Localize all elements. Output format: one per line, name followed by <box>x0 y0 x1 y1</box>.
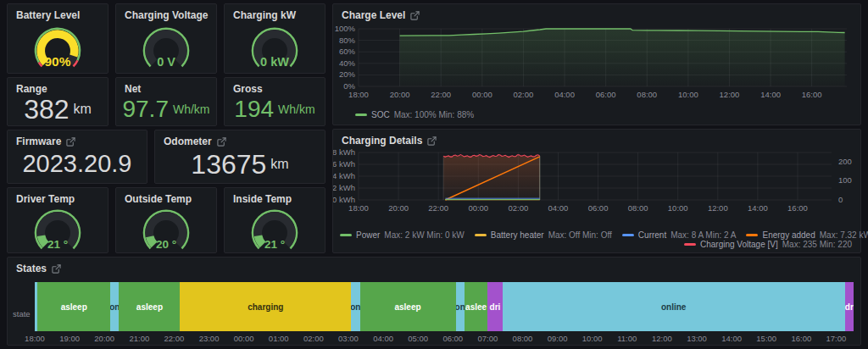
state-segment-on[interactable]: on <box>110 282 119 331</box>
legend-item[interactable]: Energy addedMax: 7.32 kWh Min: 0 kWh <box>746 230 868 240</box>
external-link-icon[interactable] <box>66 137 75 147</box>
inside-temp-gauge: 21 ° <box>225 206 325 252</box>
svg-text:18:00: 18:00 <box>348 203 369 213</box>
svg-text:0 kW: 0 kW <box>260 55 289 69</box>
svg-text:6 kWh: 6 kWh <box>333 159 355 169</box>
panel-inside-temp: Inside Temp 21 ° <box>224 187 326 253</box>
svg-text:00:00: 00:00 <box>468 203 488 213</box>
time-tick-label: 10:00 <box>582 334 603 343</box>
driver-temp-gauge: 21 ° <box>8 206 108 252</box>
charging-details-legend-row2: Charging Voltage [V]Max: 235 Min: 220 <box>333 240 860 249</box>
svg-text:22:00: 22:00 <box>428 203 448 213</box>
time-tick-label: 13:00 <box>687 334 707 343</box>
time-tick-label: 02:00 <box>303 334 324 343</box>
panel-charging-details: Charging Details 8 kWh6 kWh4 kWh2 kWh0 k… <box>332 129 861 253</box>
time-tick-label: 17:00 <box>826 334 847 343</box>
time-tick-label: 04:00 <box>373 334 393 343</box>
panel-outside-temp: Outside Temp 20 ° <box>115 187 217 253</box>
svg-text:4 kWh: 4 kWh <box>333 171 355 180</box>
time-tick-label: 21:00 <box>129 334 149 343</box>
time-tick-label: 15:00 <box>756 334 776 343</box>
external-link-icon[interactable] <box>217 137 226 147</box>
outside_temp-gauge-svg: 20 ° <box>120 206 212 252</box>
series-color-dash <box>340 234 352 236</box>
panel-title: Battery Level <box>16 9 80 21</box>
time-tick-label: 03:00 <box>338 334 359 343</box>
state-segment-asleep[interactable]: asleep <box>360 282 456 331</box>
state-segment-online[interactable]: online <box>503 282 845 331</box>
svg-text:16:00: 16:00 <box>802 90 822 99</box>
time-tick-label: 05:00 <box>408 334 428 343</box>
panel-net: Net 97.7 Wh/km <box>115 77 217 126</box>
odometer-unit: km <box>270 158 288 171</box>
svg-text:100%: 100% <box>335 24 356 33</box>
svg-text:21 °: 21 ° <box>47 238 68 251</box>
state-segment-asleep[interactable]: asleep <box>37 282 110 331</box>
legend-item[interactable]: SOCMax: 100% Min: 88% <box>355 110 474 119</box>
panel-title: Net <box>125 83 141 95</box>
charging-details-svg: 8 kWh6 kWh4 kWh2 kWh0 kWh200100018:0020:… <box>333 147 855 227</box>
external-link-icon[interactable] <box>427 136 437 146</box>
external-link-icon[interactable] <box>410 11 420 20</box>
time-tick-label: 06:00 <box>442 334 463 343</box>
state-segment-dri[interactable]: dri <box>487 282 502 331</box>
legend-item[interactable]: CurrentMax: 8 A Min: 2 A <box>622 230 737 240</box>
svg-text:0: 0 <box>838 195 843 204</box>
time-tick-label: 22:00 <box>164 334 185 343</box>
time-tick-label: 19:00 <box>59 334 80 343</box>
svg-text:12:00: 12:00 <box>720 90 740 99</box>
svg-text:8 kWh: 8 kWh <box>333 147 355 157</box>
panel-title: Firmware <box>16 136 61 147</box>
charging-details-legend-row1: PowerMax: 2 kW Min: 0 kWBattery heaterMa… <box>333 230 860 240</box>
time-tick-label: 00:00 <box>234 334 254 343</box>
panel-gross: Gross 194 Wh/km <box>224 77 326 126</box>
svg-text:08:00: 08:00 <box>637 90 657 99</box>
battery_level-gauge-svg: 90% <box>12 24 103 71</box>
svg-text:20:00: 20:00 <box>390 90 410 99</box>
svg-text:20%: 20% <box>339 69 356 79</box>
grafana-dashboard: { "panels": { "battery_level": {"title":… <box>0 0 868 349</box>
svg-text:0 V: 0 V <box>157 55 175 69</box>
series-color-dash <box>475 234 487 236</box>
panel-title: Odometer <box>164 136 212 147</box>
state-segment-on[interactable]: on <box>456 282 465 331</box>
panel-range: Range 382 km <box>7 77 108 126</box>
external-link-icon[interactable] <box>52 264 61 274</box>
charging-voltage-gauge: 0 V <box>116 22 216 73</box>
time-tick-label: 07:00 <box>477 334 498 343</box>
series-color-dash <box>355 114 367 116</box>
state-segment-aslee[interactable]: aslee <box>465 282 488 331</box>
svg-text:04:00: 04:00 <box>554 90 575 99</box>
time-tick-label: 20:00 <box>94 334 114 343</box>
panel-title: Charging Voltage <box>125 9 208 21</box>
legend-item[interactable]: Battery heaterMax: Off Min: Off <box>475 230 612 240</box>
svg-text:10:00: 10:00 <box>668 203 688 213</box>
svg-text:22:00: 22:00 <box>431 90 451 99</box>
panel-firmware: Firmware 2023.20.9 <box>7 130 147 184</box>
svg-text:00:00: 00:00 <box>472 90 492 99</box>
net-value: 97.7 <box>122 97 169 121</box>
state-segment-on[interactable]: on <box>351 282 359 331</box>
state-segment-dr[interactable]: dr <box>845 282 854 331</box>
svg-text:10:00: 10:00 <box>678 90 698 99</box>
svg-text:40%: 40% <box>339 58 356 68</box>
gross-value: 194 <box>234 97 274 121</box>
net-unit: Wh/km <box>173 103 210 115</box>
panel-charging-voltage: Charging Voltage 0 V <box>115 3 217 74</box>
charge-level-legend: SOCMax: 100% Min: 88% <box>333 110 860 119</box>
svg-text:80%: 80% <box>339 36 356 45</box>
gross-unit: Wh/km <box>278 103 315 115</box>
states-time-axis: 18:0019:0020:0021:0022:0023:0000:0001:00… <box>35 331 854 345</box>
panel-driver-temp: Driver Temp 21 ° <box>7 187 108 253</box>
svg-text:20:00: 20:00 <box>388 203 409 213</box>
legend-item[interactable]: PowerMax: 2 kW Min: 0 kW <box>340 230 465 240</box>
svg-text:21 °: 21 ° <box>264 238 285 251</box>
time-tick-label: 08:00 <box>513 334 533 343</box>
state-segment-charging[interactable]: charging <box>180 282 351 331</box>
time-tick-label: 11:00 <box>617 334 637 343</box>
panel-title: States <box>16 263 47 274</box>
legend-item[interactable]: Charging Voltage [V]Max: 235 Min: 220 <box>684 240 852 249</box>
state-segment-asleep[interactable]: asleep <box>119 282 180 331</box>
panel-title: Charge Level <box>342 9 405 21</box>
svg-text:100: 100 <box>838 175 852 185</box>
